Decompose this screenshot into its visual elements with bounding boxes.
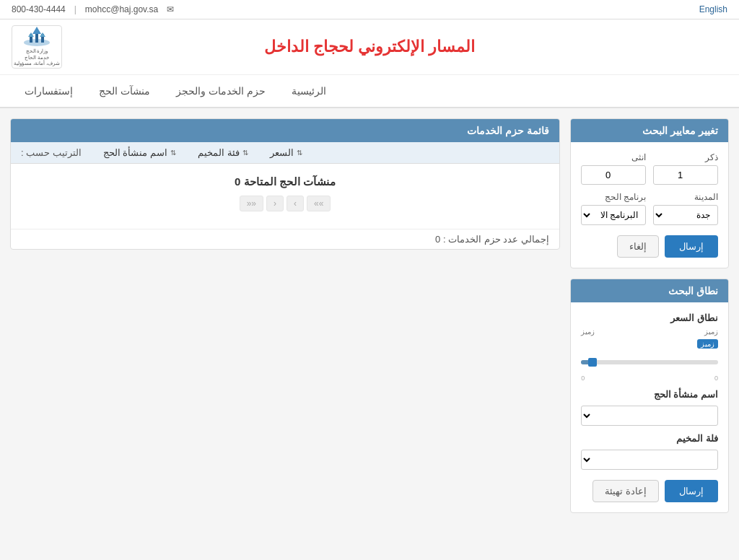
price-sort-arrows: ⇅ [297, 149, 302, 157]
criteria-buttons: إرسال إلغاء [581, 235, 718, 258]
range-slider[interactable] [581, 351, 718, 373]
hajj-name-label: اسم منشأة الحج [581, 389, 718, 400]
male-label: ذكر [653, 152, 718, 162]
criteria-card: تغيير معايير البحث ذكر انثى المدينة [570, 118, 729, 268]
total-value: 0 [435, 234, 440, 245]
nav-item-home[interactable]: الرئيسية [279, 75, 339, 108]
sort-row: ⇅ السعر ⇅ فئة المخيم ⇅ اسم منشأة الحج ال… [11, 142, 559, 164]
pagination: »» › ‹ «« [21, 196, 549, 211]
logo-icon [22, 27, 51, 47]
hajj-name-section: اسم منشأة الحج [581, 389, 718, 426]
sort-by-label: الترتيب حسب : [21, 147, 82, 158]
email-text: mohcc@haj.gov.sa [85, 4, 158, 14]
top-bar-left: English [699, 4, 727, 14]
sort-camp[interactable]: ⇅ فئة المخيم [198, 147, 248, 158]
nav-item-facilities[interactable]: منشآت الحج [86, 75, 163, 108]
phone-text: 800-430-4444 [12, 4, 66, 14]
nav-item-inquiries[interactable]: إستفسارات [12, 75, 86, 108]
range-thumb[interactable] [588, 358, 597, 367]
nav-item-packages[interactable]: حزم الخدمات والحجز [163, 75, 279, 108]
service-list-card: قائمة حزم الخدمات ⇅ السعر ⇅ فئة المخيم ⇅… [10, 118, 560, 250]
price-to-label: زميز [704, 328, 718, 336]
range-card: نطاق البحث نطاق السعر زميز زميز زميز [570, 279, 729, 513]
english-link[interactable]: English [699, 4, 727, 14]
criteria-cancel-button[interactable]: إلغاء [617, 235, 659, 258]
criteria-grid: ذكر انثى [581, 152, 718, 185]
range-ticks: 0 0 [581, 375, 718, 382]
female-input[interactable] [581, 165, 646, 185]
camp-section: فلة المخيم [581, 433, 718, 470]
table-footer: إجمالي عدد حزم الخدمات : 0 [11, 229, 559, 249]
camp-label: فلة المخيم [581, 433, 718, 444]
range-buttons: إرسال إعادة تهيئة [581, 480, 718, 502]
logo-area: وزارة الحج خدمة الحاج شرف، أمانة، مسؤولي… [12, 25, 62, 69]
name-sort-arrows: ⇅ [170, 149, 176, 157]
price-range-section: نطاق السعر زميز زميز زميز [581, 312, 718, 382]
svg-marker-2 [32, 27, 41, 34]
city-group: المدينة جدة مكة المدينة [653, 192, 718, 225]
pagination-prev-button[interactable]: ‹ [266, 196, 284, 211]
pagination-next-button[interactable]: › [287, 196, 304, 211]
range-labels: زميز زميز [581, 328, 718, 336]
navigation: الرئيسية حزم الخدمات والحجز منشآت الحج إ… [0, 75, 739, 108]
program-group: برنامج الحج البرنامج الا البرنامج الثاني [581, 192, 646, 225]
range-card-header: نطاق البحث [571, 279, 728, 302]
male-input[interactable] [653, 165, 718, 185]
female-label: انثى [581, 152, 646, 162]
city-label: المدينة [653, 192, 718, 202]
price-from-label: زميز [581, 328, 595, 336]
program-select[interactable]: البرنامج الا البرنامج الثاني [581, 205, 646, 225]
hajj-name-select[interactable] [581, 406, 718, 426]
range-badge: زميز [697, 339, 718, 349]
male-item: ذكر [653, 152, 718, 185]
program-label: برنامج الحج [581, 192, 646, 202]
top-bar: English ✉ mohcc@haj.gov.sa | 800-430-444… [0, 0, 739, 19]
sidebar: تغيير معايير البحث ذكر انثى المدينة [570, 118, 729, 513]
camp-sort-arrows: ⇅ [242, 149, 248, 157]
top-bar-right: ✉ mohcc@haj.gov.sa | 800-430-4444 [12, 4, 174, 14]
city-select[interactable]: جدة مكة المدينة [653, 205, 718, 225]
criteria-send-button[interactable]: إرسال [665, 235, 718, 258]
email-icon: ✉ [167, 4, 174, 14]
service-list-header: قائمة حزم الخدمات [11, 119, 559, 142]
criteria-select-row: المدينة جدة مكة المدينة برنامج الحج البر… [581, 192, 718, 225]
range-track [581, 360, 718, 364]
table-empty-area: منشآت الحج المتاحة 0 »» › ‹ «« [11, 164, 559, 229]
range-card-body: نطاق السعر زميز زميز زميز [571, 302, 728, 512]
sort-camp-label: فئة المخيم [198, 147, 240, 158]
logo-box: وزارة الحج خدمة الحاج شرف، أمانة، مسؤولي… [12, 25, 62, 69]
divider: | [74, 4, 76, 14]
range-send-button[interactable]: إرسال [665, 480, 718, 502]
range-reset-button[interactable]: إعادة تهيئة [592, 480, 659, 502]
pagination-last-button[interactable]: »» [307, 196, 331, 211]
content-panel: قائمة حزم الخدمات ⇅ السعر ⇅ فئة المخيم ⇅… [10, 118, 560, 513]
logo-text: وزارة الحج خدمة الحاج شرف، أمانة، مسؤولي… [14, 48, 60, 66]
sort-name[interactable]: ⇅ اسم منشأة الحج [103, 147, 176, 158]
main-container: تغيير معايير البحث ذكر انثى المدينة [0, 108, 739, 523]
sort-name-label: اسم منشأة الحج [103, 147, 167, 158]
pagination-first-button[interactable]: «« [240, 196, 263, 211]
criteria-card-header: تغيير معايير البحث [571, 119, 728, 142]
camp-select[interactable] [581, 450, 718, 470]
header-title: المسار الإلكتروني لحجاج الداخل [62, 38, 677, 56]
total-label: إجمالي عدد حزم الخدمات : [443, 234, 549, 245]
empty-title: منشآت الحج المتاحة 0 [21, 175, 549, 188]
sort-price[interactable]: ⇅ السعر [270, 147, 302, 158]
price-range-title: نطاق السعر [581, 312, 718, 323]
criteria-card-body: ذكر انثى المدينة جدة مكة المدينة [571, 142, 728, 268]
sort-price-label: السعر [270, 147, 294, 158]
female-item: انثى [581, 152, 646, 185]
header: المسار الإلكتروني لحجاج الداخل وزارة الح… [0, 19, 739, 75]
